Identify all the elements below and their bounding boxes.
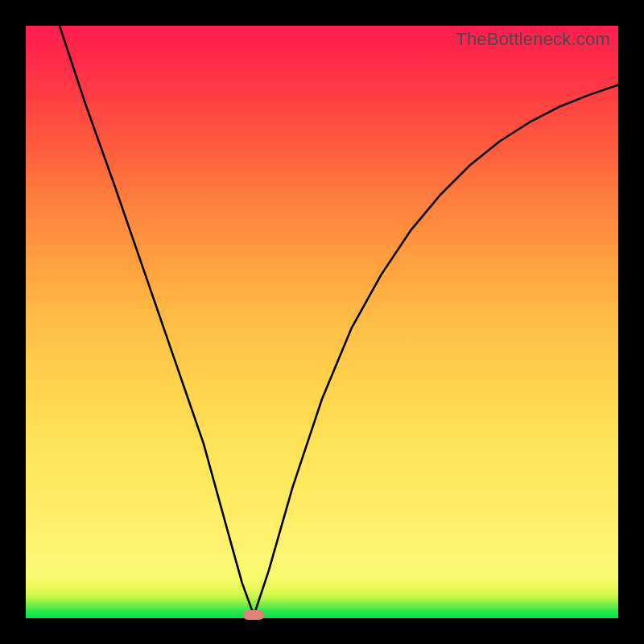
chart-plot-area: TheBottleneck.com (26, 26, 618, 618)
chart-frame: TheBottleneck.com (0, 0, 644, 644)
bottleneck-curve (26, 26, 618, 618)
optimum-marker (243, 610, 264, 620)
